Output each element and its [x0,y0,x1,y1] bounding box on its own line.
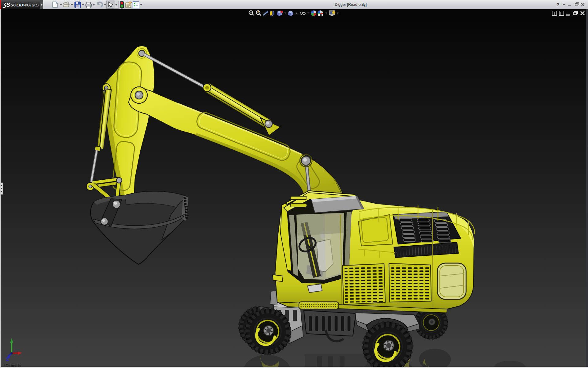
svg-text:SOLIDWORKS: SOLIDWORKS [10,3,39,7]
svg-text:?: ? [556,2,559,7]
svg-text:ƷS: ƷS [2,2,10,8]
svg-text:Digger [Read-only]: Digger [Read-only] [335,2,367,7]
